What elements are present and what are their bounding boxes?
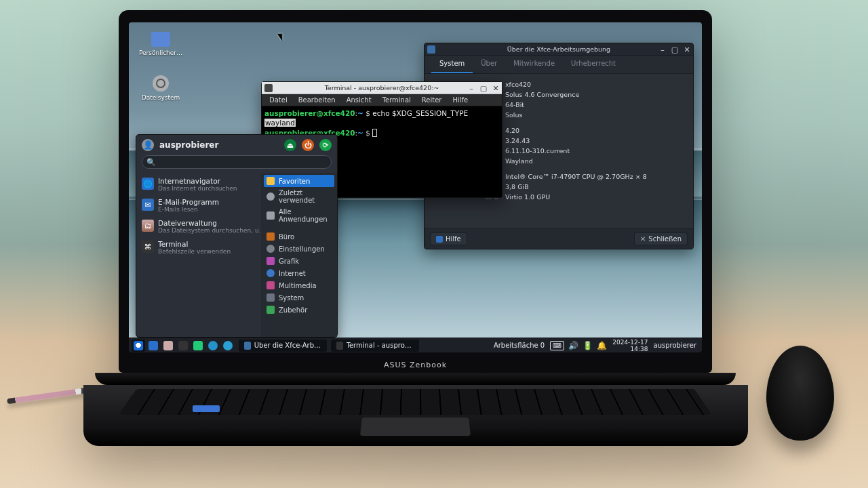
taskbar-user[interactable]: ausprobierer <box>654 342 696 349</box>
grid-icon <box>267 211 275 220</box>
cat-settings[interactable]: Einstellungen <box>261 243 337 255</box>
app-item-web[interactable]: 🌐 Internetnavigator Das Internet durchsu… <box>136 174 261 195</box>
launcher-downloads[interactable] <box>191 340 205 352</box>
start-button[interactable] <box>132 340 145 352</box>
value-ostype: 64-Bit <box>505 100 684 110</box>
cat-multimedia[interactable]: Multimedia <box>261 279 337 291</box>
laptop: Persönlicher… Dateisystem Über die Xfce-… <box>119 10 712 444</box>
menu-file[interactable]: Datei <box>264 94 293 106</box>
desktop-icon-home[interactable]: Persönlicher… <box>137 32 184 56</box>
terminal-icon <box>264 84 273 92</box>
xfce-icon <box>427 45 435 54</box>
menu-edit[interactable]: Bearbeiten <box>293 94 341 106</box>
terminal-cursor <box>372 129 377 137</box>
value-distributor: Solus <box>505 110 684 120</box>
app-item-mail[interactable]: ✉ E-Mail-Programm E-Mails lesen <box>136 195 261 216</box>
search-icon: 🔍 <box>146 158 156 167</box>
task-about[interactable]: Über die Xfce-Arbeitsu… <box>239 340 327 352</box>
software-icon <box>208 341 218 350</box>
paint-icon <box>267 257 275 265</box>
close-button[interactable]: ✕ <box>682 45 692 54</box>
keyboard-indicator[interactable]: ⌨ <box>550 341 564 350</box>
cat-favorites[interactable]: Favoriten <box>264 175 334 187</box>
laptop-brand: ASUS Zenbook <box>119 358 712 373</box>
tab-copyright[interactable]: Urheberrecht <box>563 56 624 73</box>
logout-button[interactable]: ⏻ <box>302 139 314 151</box>
value-ram: 3,8 GiB <box>505 182 684 192</box>
menu-view[interactable]: Ansicht <box>341 94 377 106</box>
menu-tabs[interactable]: Reiter <box>416 94 448 106</box>
launcher-software[interactable] <box>206 340 220 352</box>
notification-icon[interactable]: 🔔 <box>597 341 607 350</box>
app-item-terminal[interactable]: ⌘ Terminal Befehlszeile verwenden <box>136 237 261 258</box>
shutdown-button[interactable]: ⟳ <box>319 139 332 151</box>
launcher-web[interactable] <box>146 340 160 352</box>
cat-graphics[interactable]: Grafik <box>261 255 337 267</box>
globe-icon: 🌐 <box>142 178 154 190</box>
value-cpu: Intel® Core™ i7-4790T CPU @ 2.70GHz × 8 <box>505 171 684 182</box>
office-icon <box>267 232 275 241</box>
clock[interactable]: 2024-12-17 14:38 <box>612 339 648 352</box>
app-item-files[interactable]: 🗂 Dateiverwaltung Das Dateisystem durchs… <box>136 216 261 237</box>
download-icon <box>193 341 203 350</box>
user-avatar-icon[interactable]: 👤 <box>142 139 154 151</box>
launcher-telegram[interactable] <box>221 340 235 352</box>
menu-username: ausprobierer <box>159 140 218 150</box>
volume-icon[interactable]: 🔊 <box>568 341 578 350</box>
close-icon: ✕ <box>640 235 646 243</box>
cat-system[interactable]: System <box>261 291 337 304</box>
tab-system[interactable]: System <box>431 56 473 73</box>
app-menu: 👤 ausprobierer ⏏ ⏻ ⟳ 🔍 🌐 <box>136 134 338 338</box>
telegram-icon <box>223 341 233 350</box>
tab-contributors[interactable]: Mitwirkende <box>505 56 563 73</box>
minimize-button[interactable]: – <box>467 83 476 93</box>
desktop-icon-filesystem[interactable]: Dateisystem <box>137 75 184 101</box>
tab-about[interactable]: Über <box>473 56 505 73</box>
taskbar: Über die Xfce-Arbeitsu… Terminal - auspr… <box>129 338 702 352</box>
menu-search[interactable]: 🔍 <box>142 155 332 169</box>
terminal-output-selected: wayland <box>264 119 296 127</box>
task-terminal[interactable]: Terminal - ausprobierer… <box>331 340 419 352</box>
cat-all[interactable]: Alle Anwendungen <box>261 206 337 225</box>
terminal-titlebar[interactable]: Terminal - ausprobierer@xfce420:~ – ▢ ✕ <box>262 82 502 94</box>
close-button[interactable]: ✕ <box>491 83 500 93</box>
launcher-terminal[interactable] <box>176 340 190 352</box>
solus-icon <box>134 341 143 350</box>
minimize-button[interactable]: – <box>658 45 667 54</box>
cat-accessories[interactable]: Zubehör <box>261 304 337 316</box>
help-button[interactable]: Hilfe <box>430 232 467 245</box>
value-device: xfce420 <box>505 79 684 89</box>
battery-icon[interactable]: 🔋 <box>583 341 593 350</box>
desktop-icon-home-label: Persönlicher… <box>137 49 184 56</box>
menu-help[interactable]: Hilfe <box>447 94 473 106</box>
cat-recent[interactable]: Zuletzt verwendet <box>261 187 337 206</box>
menu-search-input[interactable] <box>159 159 327 166</box>
terminal-icon <box>336 342 343 350</box>
desktop-icon-filesystem-label: Dateisystem <box>137 94 184 101</box>
launcher-files[interactable] <box>161 340 175 352</box>
value-xfce: 4.20 <box>505 125 684 136</box>
value-kernel: 6.11.10-310.current <box>505 146 684 156</box>
value-windowsystem: Wayland <box>505 156 684 166</box>
clock-icon <box>267 192 275 201</box>
maximize-button[interactable]: ▢ <box>670 45 679 54</box>
gear-icon <box>267 245 275 253</box>
cat-internet[interactable]: Internet <box>261 267 337 279</box>
lock-button[interactable]: ⏏ <box>284 139 296 151</box>
globe-icon <box>267 269 275 277</box>
value-gtk: 3.24.43 <box>505 136 684 146</box>
help-icon <box>436 236 443 243</box>
menu-terminal[interactable]: Terminal <box>377 94 416 106</box>
cat-office[interactable]: Büro <box>261 230 337 243</box>
terminal-menubar: Datei Bearbeiten Ansicht Terminal Reiter… <box>262 94 502 106</box>
star-icon <box>267 177 275 185</box>
close-dialog-button[interactable]: ✕Schließen <box>634 232 688 245</box>
system-icon <box>267 293 275 302</box>
globe-icon <box>149 341 158 350</box>
terminal-title: Terminal - ausprobierer@xfce420:~ <box>325 84 439 92</box>
maximize-button[interactable]: ▢ <box>479 83 488 93</box>
value-gpu: Virtio 1.0 GPU <box>505 192 684 202</box>
about-titlebar[interactable]: Über die Xfce-Arbeitsumgebung – ▢ ✕ <box>425 43 693 56</box>
media-icon <box>267 281 275 289</box>
workspace-indicator[interactable]: Arbeitsfläche 0 <box>494 342 545 349</box>
